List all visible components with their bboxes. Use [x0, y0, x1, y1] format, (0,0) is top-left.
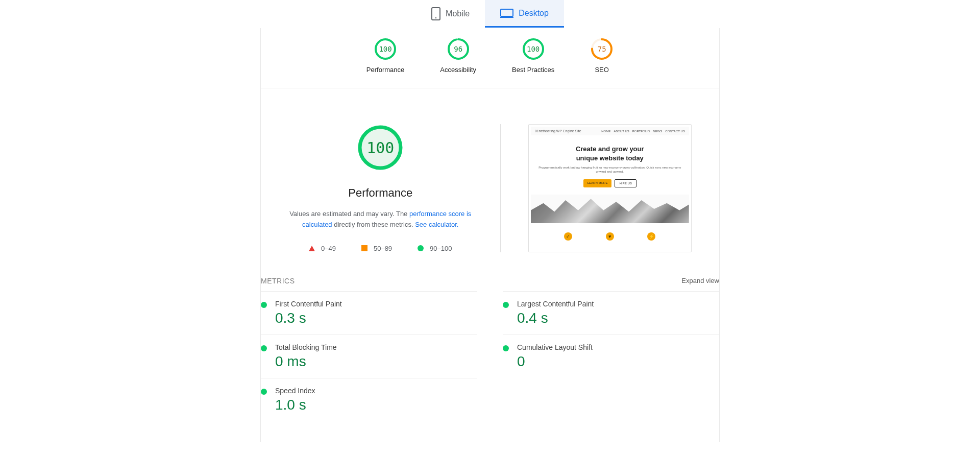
shot-btn-primary: LEARN MORE — [583, 179, 612, 187]
gauge-best-practices-label: Best Practices — [512, 66, 554, 74]
gauge-seo-label: SEO — [590, 66, 614, 74]
circle-icon — [418, 245, 424, 251]
legend-mid: 50–89 — [361, 245, 392, 252]
triangle-icon — [309, 246, 315, 251]
svg-point-1 — [435, 17, 436, 18]
gauge-performance[interactable]: 100 Performance — [366, 37, 404, 74]
perf-desc-prefix: Values are estimated and may vary. The — [289, 210, 409, 218]
legend-low-label: 0–49 — [321, 245, 336, 252]
status-dot-icon — [261, 345, 267, 351]
report-container: 100 Performance 96 Accessibility 100 Bes… — [260, 28, 720, 442]
shot-hero: Create and grow your unique website toda… — [531, 135, 689, 195]
performance-description: Values are estimated and may vary. The p… — [281, 209, 480, 230]
gauge-performance-label: Performance — [366, 66, 404, 74]
metric-tbt-value: 0 ms — [275, 353, 337, 370]
metric-cls[interactable]: Cumulative Layout Shift 0 — [503, 335, 719, 378]
shot-mountains-image — [531, 195, 689, 223]
expand-view-toggle[interactable]: Expand view — [681, 277, 719, 284]
metric-cls-name: Cumulative Layout Shift — [517, 343, 593, 351]
shot-hero-line2: unique website today — [576, 154, 644, 162]
tab-desktop-label: Desktop — [519, 9, 549, 18]
shot-nav-item: ABOUT US — [614, 130, 629, 133]
tab-mobile[interactable]: Mobile — [416, 0, 485, 28]
big-performance-gauge: 100 — [357, 124, 404, 171]
performance-screenshot-panel: 01nethosting WP Engine Site HOME ABOUT U… — [501, 124, 720, 252]
shot-nav-item: CONTACT US — [665, 130, 684, 133]
metric-fcp-value: 0.3 s — [275, 310, 342, 326]
shot-nav-item: PORTFOLIO — [632, 130, 650, 133]
metric-fcp-name: First Contentful Paint — [275, 300, 342, 308]
desktop-icon — [500, 8, 513, 18]
status-dot-icon — [503, 345, 509, 351]
performance-summary: 100 Performance Values are estimated and… — [261, 124, 501, 252]
performance-title: Performance — [281, 186, 480, 200]
gauge-seo-value: 75 — [590, 37, 614, 61]
shot-hero-buttons: LEARN MORE HIRE US — [536, 179, 684, 187]
status-dot-icon — [503, 302, 509, 308]
metric-tbt-name: Total Blocking Time — [275, 343, 337, 351]
metric-si-value: 1.0 s — [275, 397, 315, 413]
shot-header: 01nethosting WP Engine Site HOME ABOUT U… — [531, 127, 689, 135]
tab-mobile-label: Mobile — [446, 9, 470, 18]
metric-lcp-value: 0.4 s — [517, 310, 594, 326]
see-calculator-link[interactable]: See calculator. — [415, 221, 458, 228]
legend-high-label: 90–100 — [430, 245, 452, 252]
shot-nav-item: HOME — [601, 130, 610, 133]
status-dot-icon — [261, 389, 267, 395]
bolt-icon: ⚡ — [647, 232, 655, 241]
gauge-accessibility-circle: 96 — [447, 37, 470, 61]
legend-high: 90–100 — [418, 245, 452, 252]
svg-rect-3 — [500, 17, 513, 18]
gauge-performance-value: 100 — [374, 37, 397, 61]
performance-section: 100 Performance Values are estimated and… — [261, 88, 719, 263]
svg-rect-2 — [501, 9, 513, 16]
legend-low: 0–49 — [309, 245, 336, 252]
shot-nav-item: NEWS — [653, 130, 662, 133]
gauge-accessibility-label: Accessibility — [440, 66, 476, 74]
metric-fcp[interactable]: First Contentful Paint 0.3 s — [261, 291, 477, 335]
big-performance-value: 100 — [357, 124, 404, 171]
shot-btn-outline: HIRE US — [615, 179, 636, 187]
check-icon: ✓ — [564, 232, 572, 241]
shot-bottom-icons: ✓ ♥ ⚡ — [531, 223, 689, 250]
shot-nav: HOME ABOUT US PORTFOLIO NEWS CONTACT US — [601, 130, 685, 133]
metric-lcp-name: Largest Contentful Paint — [517, 300, 594, 308]
gauge-best-practices-value: 100 — [522, 37, 545, 61]
metrics-label: METRICS — [261, 277, 295, 285]
mobile-icon — [431, 7, 440, 20]
metric-si[interactable]: Speed Index 1.0 s — [261, 378, 477, 421]
metric-tbt[interactable]: Total Blocking Time 0 ms — [261, 335, 477, 378]
score-legend: 0–49 50–89 90–100 — [281, 245, 480, 252]
status-dot-icon — [261, 302, 267, 308]
top-scores-row: 100 Performance 96 Accessibility 100 Bes… — [261, 28, 719, 88]
gauge-seo-circle: 75 — [590, 37, 614, 61]
metrics-header: METRICS Expand view — [261, 263, 719, 291]
gauge-seo[interactable]: 75 SEO — [590, 37, 614, 74]
metric-si-name: Speed Index — [275, 387, 315, 395]
metrics-grid: First Contentful Paint 0.3 s Largest Con… — [261, 291, 719, 421]
shot-hero-line1: Create and grow your — [576, 145, 644, 153]
square-icon — [361, 245, 368, 251]
gauge-best-practices[interactable]: 100 Best Practices — [512, 37, 554, 74]
heart-icon: ♥ — [606, 232, 614, 241]
device-tabs: Mobile Desktop — [0, 0, 980, 28]
shot-hero-title: Create and grow your unique website toda… — [536, 145, 684, 162]
shot-hero-sub: Programmatically work but low hanging fr… — [536, 165, 684, 174]
tab-desktop[interactable]: Desktop — [485, 0, 564, 28]
perf-desc-mid: directly from these metrics. — [332, 221, 415, 228]
gauge-accessibility-value: 96 — [447, 37, 470, 61]
gauge-best-practices-circle: 100 — [522, 37, 545, 61]
legend-mid-label: 50–89 — [374, 245, 392, 252]
page-screenshot[interactable]: 01nethosting WP Engine Site HOME ABOUT U… — [528, 124, 692, 252]
gauge-performance-circle: 100 — [374, 37, 397, 61]
shot-brand: 01nethosting WP Engine Site — [535, 129, 581, 133]
metric-cls-value: 0 — [517, 353, 593, 370]
metric-lcp[interactable]: Largest Contentful Paint 0.4 s — [503, 291, 719, 335]
gauge-accessibility[interactable]: 96 Accessibility — [440, 37, 476, 74]
